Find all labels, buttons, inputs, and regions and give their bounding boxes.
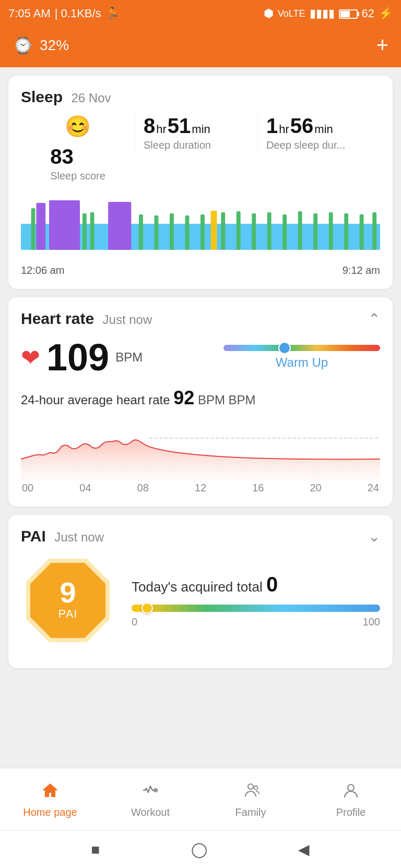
svg-point-28	[248, 784, 253, 789]
nav-label-home: Home page	[23, 806, 77, 818]
pai-info: Today's acquired total 0 0 100	[132, 573, 380, 628]
sleep-duration-value: 8hr51min	[144, 114, 257, 137]
pai-main: 9 PAI Today's acquired total 0 0 100	[21, 553, 380, 647]
pai-badge: 9 PAI	[21, 553, 115, 647]
hr-avg-label: 24-hour average heart rate	[21, 393, 170, 407]
hr-timestamp: Just now	[103, 312, 152, 327]
bluetooth-icon: ⬢	[264, 7, 274, 20]
android-circle-btn[interactable]: ◯	[191, 841, 207, 858]
svg-rect-3	[108, 202, 131, 250]
hr-time-04: 04	[79, 482, 91, 494]
svg-rect-12	[221, 212, 225, 250]
volte-icon: VoLTE	[278, 8, 305, 19]
deep-sleep-label: Deep sleep dur...	[266, 139, 380, 151]
hr-chart	[21, 417, 380, 480]
pai-range: 0 100	[132, 616, 380, 628]
chevron-up-icon[interactable]: ⌃	[368, 310, 380, 328]
pai-badge-label: PAI	[58, 607, 78, 621]
android-nav: ■ ◯ ◀	[0, 830, 401, 868]
profile-icon	[341, 781, 360, 804]
svg-point-30	[348, 785, 354, 791]
hr-zone-container: Warm Up	[223, 345, 380, 370]
hr-time-labels: 00 04 08 12 16 20 24	[21, 482, 380, 494]
svg-rect-2	[49, 200, 80, 250]
hr-avg-unit: BPM	[198, 393, 225, 407]
svg-rect-15	[267, 212, 272, 250]
svg-rect-6	[90, 212, 95, 250]
workout-icon	[141, 781, 160, 804]
svg-rect-19	[329, 212, 333, 250]
sleep-duration-stat: 8hr51min Sleep duration	[135, 114, 257, 151]
nav-label-workout: Workout	[131, 806, 170, 818]
pai-badge-text: 9 PAI	[58, 578, 78, 621]
network-speed: | 0.1KB/s	[55, 7, 101, 20]
hr-unit: BPM	[115, 350, 143, 365]
sleep-emoji: 😊	[65, 114, 91, 139]
sleep-end-time: 9:12 am	[343, 264, 380, 276]
android-square-btn[interactable]: ■	[91, 841, 100, 858]
battery-header: 32%	[40, 37, 69, 54]
pai-timestamp: Just now	[54, 530, 104, 544]
hr-avg-row: 24-hour average heart rate 92 BPM BPM	[21, 387, 380, 409]
app-header: ⌚ 32% +	[0, 27, 401, 67]
activity-icon: 🏃	[105, 7, 120, 20]
sleep-score-stat: 😊 83 Sleep score	[21, 114, 135, 182]
hr-time-24: 24	[368, 482, 379, 494]
add-button[interactable]: +	[376, 33, 388, 57]
sleep-date: 26 Nov	[72, 91, 111, 105]
nav-item-profile[interactable]: Profile	[301, 768, 401, 830]
charging-icon: ⚡	[379, 7, 393, 20]
hr-title: Heart rate	[21, 310, 94, 327]
svg-point-29	[254, 786, 258, 789]
hr-number: 109	[46, 336, 109, 379]
sleep-start-time: 12:06 am	[21, 264, 64, 276]
hr-slider-thumb	[278, 342, 291, 354]
pai-title: PAI	[21, 527, 46, 545]
heart-rate-card: Heart rate Just now ⌃ ❤ 109 BPM Warm Up …	[8, 297, 393, 507]
sleep-header: Sleep 26 Nov	[21, 88, 380, 106]
nav-item-family[interactable]: Family	[200, 768, 301, 830]
chevron-down-icon[interactable]: ⌄	[368, 528, 380, 545]
nav-label-profile: Profile	[336, 806, 366, 818]
sleep-title: Sleep	[21, 88, 63, 105]
svg-rect-18	[313, 213, 317, 250]
status-right: ⬢ VoLTE ▮▮▮▮ 62 ⚡	[264, 7, 393, 20]
sleep-card: Sleep 26 Nov 😊 83 Sleep score 8hr51min S…	[8, 76, 393, 289]
svg-rect-22	[372, 212, 376, 250]
hr-title-row: Heart rate Just now	[21, 310, 152, 328]
battery-percent: 62	[362, 7, 374, 20]
pai-progress-bar	[132, 605, 380, 612]
sleep-score-value: 83	[50, 145, 105, 168]
hr-header[interactable]: Heart rate Just now ⌃	[21, 310, 380, 328]
hr-time-00: 00	[22, 482, 33, 494]
battery-indicator	[339, 7, 358, 20]
svg-rect-10	[185, 215, 190, 250]
pai-today-val: 0	[266, 573, 278, 596]
hr-value-row: ❤ 109 BPM	[21, 336, 143, 379]
hr-time-20: 20	[310, 482, 321, 494]
home-icon	[41, 781, 60, 804]
hr-avg-value: 92	[173, 387, 194, 408]
pai-header[interactable]: PAI Just now ⌄	[21, 527, 380, 545]
hr-avg-unit2: BPM	[229, 393, 256, 407]
nav-item-workout[interactable]: Workout	[100, 768, 200, 830]
sleep-score-block: 83 Sleep score	[50, 145, 105, 182]
android-back-btn[interactable]: ◀	[298, 841, 310, 858]
main-content: Sleep 26 Nov 😊 83 Sleep score 8hr51min S…	[0, 67, 401, 768]
bottom-nav: Home page Workout Family P	[0, 768, 401, 830]
pai-range-min: 0	[132, 616, 137, 628]
signal-icon: ▮▮▮▮	[310, 7, 335, 20]
heart-icon: ❤	[21, 344, 40, 371]
pai-range-max: 100	[363, 616, 380, 628]
hr-time-16: 16	[252, 482, 264, 494]
status-left: 7:05 AM | 0.1KB/s 🏃	[8, 7, 120, 20]
svg-rect-20	[344, 213, 348, 250]
nav-item-home[interactable]: Home page	[0, 768, 100, 830]
pai-number: 9	[58, 578, 78, 607]
svg-rect-7	[139, 214, 143, 250]
time-display: 7:05 AM	[8, 7, 51, 20]
sleep-score-label: Sleep score	[50, 170, 105, 182]
watch-icon: ⌚	[13, 35, 33, 55]
deep-sleep-value: 1hr56min	[266, 114, 380, 137]
svg-rect-1	[36, 203, 45, 250]
